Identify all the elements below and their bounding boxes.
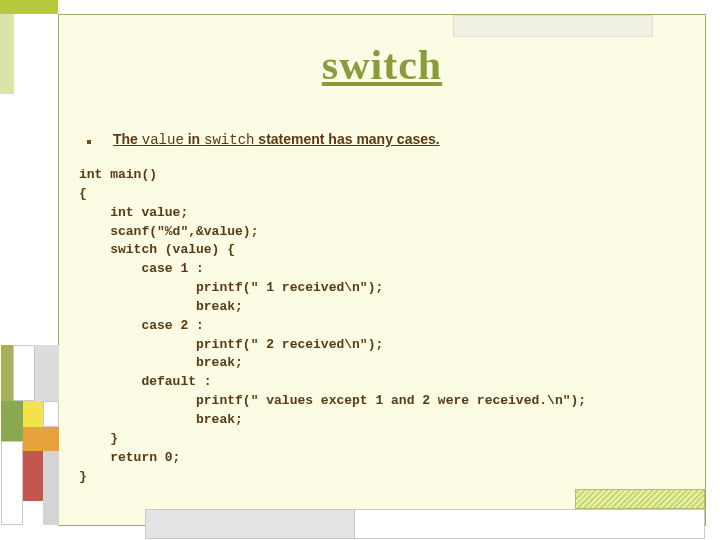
code-line: }: [79, 431, 118, 446]
bullet-icon: [87, 140, 91, 144]
code-line: {: [79, 186, 87, 201]
code-line: default :: [79, 374, 212, 389]
code-line: int main(): [79, 167, 157, 182]
code-line: printf(" 2 received\n");: [79, 337, 383, 352]
decor-mondrian: [1, 345, 59, 525]
bullet-text: The value in switch statement has many c…: [113, 131, 440, 148]
code-line: break;: [79, 355, 243, 370]
code-line: break;: [79, 412, 243, 427]
decor-top-right: [453, 15, 653, 37]
bullet-kw-value: value: [142, 132, 184, 148]
code-line: printf(" 1 received\n");: [79, 280, 383, 295]
bullet-kw-switch: switch: [204, 132, 254, 148]
code-block: int main() { int value; scanf("%d",&valu…: [79, 166, 705, 486]
bullet-row: The value in switch statement has many c…: [87, 131, 705, 148]
bullet-mid: in: [184, 131, 204, 147]
code-line: case 2 :: [79, 318, 204, 333]
code-line: break;: [79, 299, 243, 314]
decor-left-side: [0, 14, 14, 94]
code-line: scanf("%d",&value);: [79, 224, 258, 239]
code-line: int value;: [79, 205, 188, 220]
code-line: printf(" values except 1 and 2 were rece…: [79, 393, 586, 408]
code-line: }: [79, 469, 87, 484]
code-line: return 0;: [79, 450, 180, 465]
slide-title: switch: [59, 41, 705, 89]
bullet-prefix: The: [113, 131, 142, 147]
code-line: case 1 :: [79, 261, 204, 276]
decor-bottom: [115, 483, 705, 539]
slide-frame: switch The value in switch statement has…: [58, 14, 706, 526]
code-line: switch (value) {: [79, 242, 235, 257]
bullet-suffix: statement has many cases.: [254, 131, 439, 147]
decor-top-left: [0, 0, 58, 14]
